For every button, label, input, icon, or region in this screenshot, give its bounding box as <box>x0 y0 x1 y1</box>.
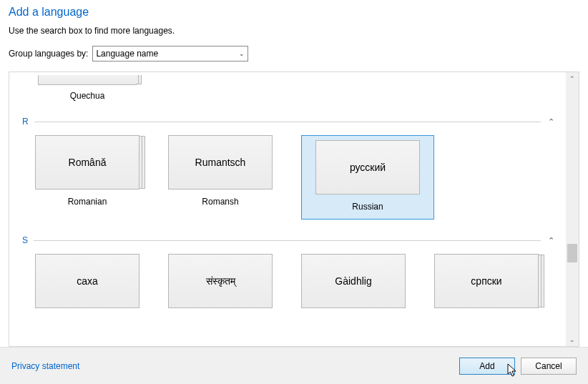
language-english: Russian <box>352 202 383 212</box>
language-native: Română <box>69 157 107 168</box>
scrollbar[interactable]: ⌃ ⌄ <box>566 72 579 346</box>
group-by-row: Group languages by: Language name ⌄ <box>9 46 579 61</box>
section-divider <box>34 122 541 122</box>
language-native: српски <box>471 275 501 287</box>
section-header-r: R ⌃ <box>22 117 559 127</box>
section-letter: S <box>22 235 28 245</box>
section-letter: R <box>22 117 29 127</box>
collapse-icon[interactable]: ⌃ <box>548 117 554 127</box>
language-tile-romansh[interactable]: Rumantsch Romansh <box>168 135 273 220</box>
selection-highlight: русский Russian <box>301 135 434 220</box>
language-native: संस्कृतम् <box>206 275 235 287</box>
chevron-down-icon: ⌄ <box>239 50 245 57</box>
footer-buttons: Add Cancel <box>459 358 577 375</box>
page-title: Add a language <box>9 6 579 19</box>
language-tile-card: русский <box>315 140 420 195</box>
language-english: Romansh <box>202 197 238 207</box>
group-by-select[interactable]: Language name ⌄ <box>92 46 248 61</box>
language-native: русский <box>350 162 386 173</box>
language-tile-card: संस्कृतम् <box>168 254 273 308</box>
cancel-button[interactable]: Cancel <box>521 358 577 375</box>
language-tile-card: српски <box>434 254 539 308</box>
language-native: Gàidhlig <box>335 275 371 287</box>
language-tile-card: Română <box>35 135 139 189</box>
collapse-icon[interactable]: ⌃ <box>548 236 554 245</box>
language-tile-russian[interactable]: русский Russian <box>301 135 434 220</box>
add-language-window: Add a language Use the search box to fin… <box>0 0 588 384</box>
language-tile-romanian[interactable]: Română Romanian <box>35 135 139 220</box>
scroll-thumb[interactable] <box>567 244 577 262</box>
add-button[interactable]: Add <box>459 358 515 375</box>
language-tile-card: саха <box>35 254 139 308</box>
language-english: Romanian <box>68 197 107 207</box>
language-tile-card <box>38 75 137 85</box>
section-header-s: S ⌃ <box>22 235 559 245</box>
footer-bar: Privacy statement Add Cancel <box>0 347 588 384</box>
language-tile-scottish-gaelic[interactable]: Gàidhlig <box>301 254 406 308</box>
language-native: Rumantsch <box>195 157 246 168</box>
language-tile-quechua[interactable]: Quechua <box>35 75 139 101</box>
privacy-link[interactable]: Privacy statement <box>11 361 79 371</box>
section-r-tiles: Română Romanian Rumantsch Romansh русски… <box>35 135 559 220</box>
language-native: саха <box>77 275 97 287</box>
scroll-up-icon[interactable]: ⌃ <box>566 72 579 85</box>
language-list-container: Quechua R ⌃ Română Romanian Rumantsch <box>9 72 579 347</box>
language-tile-card: Gàidhlig <box>301 254 406 308</box>
language-tile-sakha[interactable]: саха <box>35 254 139 308</box>
scroll-area: Quechua R ⌃ Română Romanian Rumantsch <box>9 72 566 346</box>
prev-section-tail: Quechua <box>25 75 559 101</box>
group-by-label: Group languages by: <box>9 49 88 59</box>
section-s-tiles: саха संस्कृतम् Gàidhlig српски <box>35 254 559 308</box>
group-by-value: Language name <box>96 49 158 59</box>
section-divider <box>34 240 541 241</box>
page-subtitle: Use the search box to find more language… <box>9 26 579 36</box>
header: Add a language Use the search box to fin… <box>0 0 588 72</box>
language-tile-english: Quechua <box>70 91 105 101</box>
language-tile-sanskrit[interactable]: संस्कृतम् <box>168 254 273 308</box>
language-tile-card: Rumantsch <box>168 135 273 189</box>
language-tile-serbian[interactable]: српски <box>434 254 539 308</box>
scroll-down-icon[interactable]: ⌄ <box>566 333 579 346</box>
